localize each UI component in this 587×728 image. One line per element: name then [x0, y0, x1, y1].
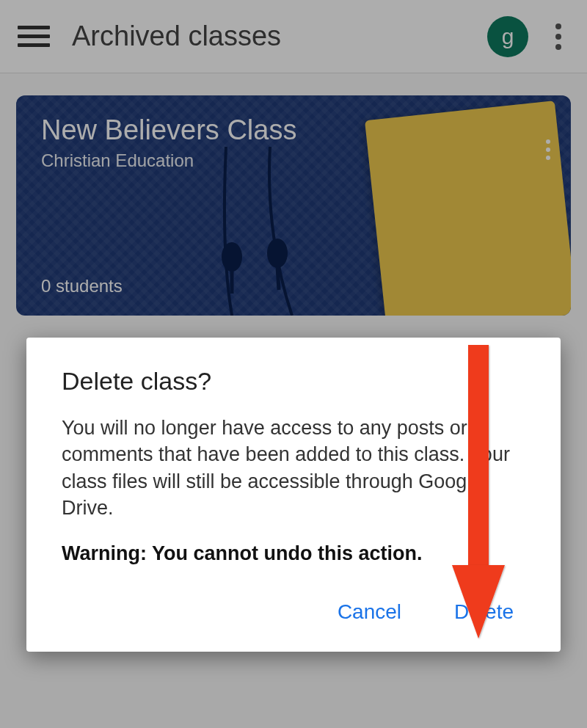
- class-subtitle: Christian Education: [41, 150, 546, 171]
- menu-icon[interactable]: [18, 21, 50, 53]
- folder-graphic: [365, 101, 571, 316]
- svg-point-1: [267, 239, 288, 268]
- card-overflow-icon[interactable]: [546, 139, 550, 160]
- cancel-button[interactable]: Cancel: [333, 594, 406, 630]
- delete-dialog: Delete class? You will no longer have ac…: [26, 338, 561, 652]
- avatar[interactable]: g: [487, 16, 528, 57]
- page-title: Archived classes: [72, 21, 487, 52]
- dialog-title: Delete class?: [62, 367, 525, 396]
- dialog-actions: Cancel Delete: [62, 594, 525, 630]
- dialog-warning: Warning: You cannot undo this action.: [62, 542, 525, 565]
- svg-point-0: [222, 242, 242, 272]
- class-card[interactable]: New Believers Class Christian Education …: [16, 95, 571, 316]
- topbar: Archived classes g: [0, 0, 587, 73]
- overflow-menu-icon[interactable]: [547, 23, 569, 50]
- delete-button[interactable]: Delete: [450, 594, 518, 630]
- dialog-body: You will no longer have access to any po…: [62, 415, 525, 522]
